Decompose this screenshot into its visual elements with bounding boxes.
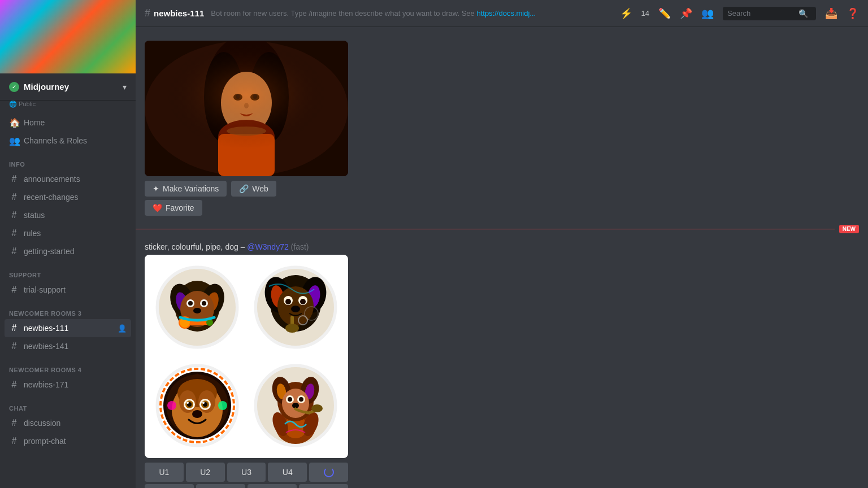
svg-rect-14 [145, 41, 348, 176]
new-badge: NEW [839, 225, 859, 233]
help-icon[interactable]: ❓ [847, 7, 859, 20]
sidebar-item-trial-support[interactable]: # trial-support [5, 281, 131, 299]
svg-point-67 [218, 401, 227, 410]
svg-point-83 [299, 397, 303, 402]
server-name: Midjourney [24, 82, 69, 91]
prompt-line: sticker, colourful, pipe, dog – @W3ndy72… [145, 242, 859, 251]
section-label-newcomer3: NEWCOMER ROOMS 3 [5, 310, 131, 317]
sticker-post: sticker, colourful, pipe, dog – @W3ndy72… [136, 238, 868, 488]
favorite-button[interactable]: ❤️ Favorite [145, 200, 202, 216]
svg-point-41 [285, 299, 291, 304]
speed-label: (fast) [291, 242, 309, 251]
grid-buttons: U1 U2 U3 U4 V1 V2 V3 V4 [145, 463, 348, 488]
heart-icon: ❤️ [153, 203, 162, 212]
variation-3-button[interactable]: V3 [248, 484, 297, 488]
upscale-1-button[interactable]: U1 [145, 463, 184, 482]
sidebar-item-announcements[interactable]: # announcements [5, 170, 131, 188]
spinner-icon [324, 467, 334, 477]
image-wrapper [145, 41, 348, 176]
main-content: # newbies-111 Bot room for new users. Ty… [136, 0, 868, 488]
web-button[interactable]: 🔗 Web [231, 181, 276, 197]
svg-point-25 [188, 301, 193, 306]
sidebar-item-newbies-141[interactable]: # newbies-141 [5, 337, 131, 355]
portrait-background [145, 41, 348, 176]
members-icon[interactable]: 👥 [701, 7, 714, 20]
search-bar[interactable]: 🔍 [723, 7, 816, 20]
fantasy-portrait-image [145, 41, 348, 176]
image-post: ✦ Make Variations 🔗 Web ❤️ Favorite [136, 36, 868, 220]
inbox-icon[interactable]: 📥 [825, 7, 837, 20]
channel-name: newbies-111 [154, 8, 204, 18]
sidebar-section-support: SUPPORT # trial-support [0, 263, 136, 301]
svg-point-26 [202, 301, 206, 306]
topbar: # newbies-111 Bot room for new users. Ty… [136, 0, 868, 27]
hash-icon: # [9, 174, 19, 184]
variation-4-button[interactable]: V4 [299, 484, 348, 488]
sidebar-item-channels-roles[interactable]: 👥 Channels & Roles [5, 132, 131, 150]
svg-point-82 [288, 397, 292, 402]
sidebar-section-chat: CHAT # discussion # prompt-chat [0, 396, 136, 452]
server-banner [0, 0, 136, 73]
person-icon: 👤 [118, 324, 127, 333]
sidebar-section-info: INFO # announcements # recent-changes # … [0, 152, 136, 263]
upscale-4-button[interactable]: U4 [268, 463, 307, 482]
sidebar-item-home[interactable]: 🏠 Home [5, 114, 131, 132]
svg-point-66 [167, 401, 176, 410]
svg-point-65 [192, 410, 202, 418]
server-header[interactable]: ✓ Midjourney ▾ [0, 73, 136, 101]
hash-icon: # [9, 210, 19, 220]
search-input[interactable] [727, 9, 795, 18]
sidebar-item-label: Home [24, 118, 127, 127]
upscale-2-button[interactable]: U2 [186, 463, 225, 482]
hash-icon: # [9, 285, 19, 295]
sidebar-section-newcomer3: NEWCOMER ROOMS 3 # newbies-111 👤 # newbi… [0, 301, 136, 358]
svg-point-85 [311, 404, 323, 412]
make-variations-button[interactable]: ✦ Make Variations [145, 181, 227, 197]
sidebar-item-newbies-171[interactable]: # newbies-171 [5, 376, 131, 394]
prompt-text: sticker, colourful, pipe, dog [145, 242, 238, 251]
svg-point-84 [292, 403, 299, 408]
server-verified-icon: ✓ [9, 82, 19, 92]
new-divider: NEW [136, 225, 868, 233]
sidebar-item-newbies-111[interactable]: # newbies-111 👤 [5, 319, 131, 337]
channels-roles-icon: 👥 [9, 136, 19, 146]
edit-icon[interactable]: ✏️ [658, 7, 671, 20]
upscale-3-button[interactable]: U3 [227, 463, 266, 482]
section-label-chat: CHAT [5, 405, 131, 412]
hash-icon: # [9, 380, 19, 390]
search-icon: 🔍 [798, 9, 808, 18]
external-link-icon: 🔗 [239, 184, 249, 193]
hash-icon: # [9, 246, 19, 256]
pin-icon[interactable]: 📌 [680, 7, 692, 20]
home-icon: 🏠 [9, 117, 19, 128]
hash-icon: # [9, 418, 19, 428]
sidebar-item-prompt-chat[interactable]: # prompt-chat [5, 432, 131, 450]
boost-icon[interactable]: ⚡ [620, 7, 632, 20]
sidebar-item-rules[interactable]: # rules [5, 224, 131, 242]
section-label-support: SUPPORT [5, 272, 131, 278]
sidebar-item-getting-started[interactable]: # getting-started [5, 242, 131, 260]
hash-icon: # [9, 228, 19, 238]
sticker-cell-4 [248, 358, 344, 454]
sidebar-item-status[interactable]: # status [5, 206, 131, 224]
action-buttons: ✦ Make Variations 🔗 Web [145, 181, 859, 197]
sticker-cell-3 [149, 358, 245, 454]
sidebar-item-discussion[interactable]: # discussion [5, 414, 131, 432]
member-count: 14 [641, 9, 649, 18]
username[interactable]: @W3ndy72 [247, 242, 288, 251]
section-label-newcomer4: NEWCOMER ROOMS 4 [5, 367, 131, 373]
variation-2-button[interactable]: V2 [196, 484, 245, 488]
sidebar-item-recent-changes[interactable]: # recent-changes [5, 188, 131, 206]
channel-desc-link[interactable]: https://docs.midj... [476, 9, 536, 18]
variation-1-button[interactable]: V1 [145, 484, 194, 488]
refresh-button[interactable] [309, 463, 348, 482]
hash-icon: # [9, 436, 19, 446]
sticker-cell-1 [149, 259, 245, 355]
topbar-icons: ⚡ 14 ✏️ 📌 👥 🔍 📥 ❓ [620, 7, 859, 20]
svg-point-42 [300, 299, 306, 304]
sparkle-icon: ✦ [153, 184, 159, 193]
svg-point-64 [202, 402, 205, 404]
sidebar: ✓ Midjourney ▾ 🌐 Public 🏠 Home 👥 Channel… [0, 0, 136, 488]
section-label-info: INFO [5, 161, 131, 168]
upscale-row: U1 U2 U3 U4 [145, 463, 348, 482]
